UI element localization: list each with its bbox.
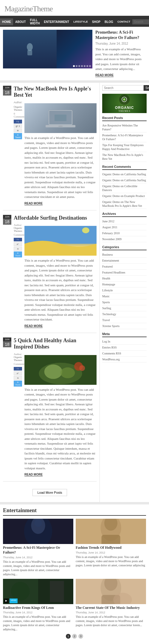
hero-dots [73, 65, 91, 67]
ent-date-0: Thursday, June 14, 2012 [3, 556, 73, 559]
nav-contact[interactable]: CONTACT [115, 18, 132, 25]
post-read-more-2[interactable]: Read More [24, 473, 43, 476]
entertainment-title: Entertainment [3, 507, 146, 516]
meta-link-0[interactable]: Log In [102, 340, 110, 343]
recent-comment-link-4[interactable]: Organic Demo on The New MacBook Pro Is A… [102, 200, 142, 207]
nav-lifestyle[interactable]: LIFESTYLE [71, 18, 90, 25]
hero-image [3, 30, 92, 68]
nav-search-input[interactable] [132, 19, 149, 24]
social-fb-3[interactable]: f 1 [14, 367, 22, 371]
ent-image-prometheus [3, 519, 73, 544]
hero-dot-2[interactable] [76, 65, 77, 67]
category-link-3[interactable]: Featured Headlines [102, 271, 125, 274]
category-link-6[interactable]: Lifestyle [102, 289, 113, 292]
meta-link-1[interactable]: Entries RSS [102, 346, 117, 349]
post-day-3: 18 [3, 341, 11, 347]
list-item: Organic Demo on Collectible Dancers [102, 183, 147, 193]
nav-blog[interactable]: BLOG [103, 18, 115, 25]
social-tw-2[interactable]: ✈ Tweet [14, 251, 22, 257]
category-link-11[interactable]: Travel [102, 318, 110, 322]
sidebar-search-button[interactable]: Search [144, 85, 149, 91]
recent-comment-link-1[interactable]: Organic Demo on California Surfing [102, 179, 146, 182]
recent-post-link-3[interactable]: The New MacBook Pro Is Apple's Best Yet [102, 153, 143, 160]
recent-post-link-2[interactable]: Tips For Keeping Your Employees Happy An… [102, 143, 144, 151]
recent-post-link-0[interactable]: Are Responsive Websites The Future? [102, 124, 138, 131]
social-gp-2[interactable]: g+ [14, 242, 22, 246]
post-read-more-1[interactable]: Read More [24, 324, 43, 328]
svg-point-11 [44, 365, 63, 379]
post-read-more-0[interactable]: Read More [24, 202, 43, 205]
category-link-7[interactable]: Music [102, 295, 110, 298]
category-link-8[interactable]: Sports [102, 301, 110, 304]
ent-image-radioactive: ▶ vimeo [3, 579, 73, 604]
social-gp-3[interactable]: g+ [14, 371, 22, 375]
post-date-badge-2: Jun 18 [3, 215, 11, 328]
svg-rect-6 [55, 115, 66, 121]
load-more-button[interactable]: Load More Posts [32, 489, 67, 496]
social-fb-1[interactable]: f 1 [14, 120, 22, 124]
hero-read-more[interactable]: Read More [95, 74, 114, 77]
category-link-2[interactable]: Featured [102, 265, 113, 268]
category-link-10[interactable]: Technology [102, 312, 116, 316]
recent-comment-link-3[interactable]: Organic Demo on Example Product [102, 194, 145, 198]
sidebar-search-input[interactable] [102, 85, 144, 91]
svg-point-20 [34, 520, 42, 527]
post-day-2: 18 [3, 219, 11, 225]
hero-content: Prometheus: A Sci-Fi Masterpiece Or Fail… [95, 30, 146, 77]
category-link-4[interactable]: Health [102, 277, 110, 280]
archive-link-0[interactable]: June 2012 [102, 220, 114, 223]
social-tw-1[interactable]: g+ 1 [14, 124, 22, 128]
hero-dot-5[interactable] [84, 65, 86, 67]
ent-excerpt-2: This is an example of a WordPress post. … [3, 615, 73, 632]
category-link-1[interactable]: Entertainment [102, 259, 119, 262]
post-author-label: Author: [14, 101, 22, 104]
list-item: Tips For Keeping Your Employees Happy An… [102, 142, 147, 152]
sidebar-meta-title: Meta [102, 332, 147, 337]
page-1[interactable]: 1 [66, 634, 71, 639]
page-3[interactable]: 3 [78, 634, 83, 639]
load-more-section: Load More Posts [3, 486, 97, 499]
recent-post-link-1[interactable]: Prometheus: A Sci-Fi Masterpiece Or Fail… [102, 134, 143, 141]
hero-dot-3[interactable] [78, 65, 80, 67]
list-item: Music [102, 293, 147, 299]
category-link-12[interactable]: Xtreme Sports [102, 324, 119, 328]
social-in-3[interactable]: in [14, 376, 22, 380]
hero-dot-4[interactable] [81, 65, 83, 67]
nav-entertainment[interactable]: ENTERTAINMENT [42, 18, 71, 25]
meta-link-3[interactable]: WordPress.org [102, 358, 120, 361]
hero-date: Thursday, June 14, 2012 [95, 42, 146, 45]
social-fb-2[interactable]: f 1 [14, 238, 22, 241]
recent-comment-link-2[interactable]: Organic Demo on Collectible Dancers [102, 185, 137, 192]
hero-dot-7[interactable] [89, 65, 91, 67]
social-tw-3[interactable]: ✈ Tweet [14, 381, 22, 387]
nav-shop[interactable]: SHOP [90, 18, 103, 25]
post-title-3: 5 Quick And Healthy Asian Inspired Dishe… [14, 337, 97, 350]
archive-link-2[interactable]: February 2010 [102, 232, 120, 235]
nav-home[interactable]: HOME [0, 18, 13, 25]
hero-slider [3, 30, 92, 77]
meta-link-2[interactable]: Comments RSS [102, 352, 121, 355]
play-icon[interactable]: ▶ [4, 598, 9, 603]
list-item: Prometheus: A Sci-Fi Masterpiece Or Fail… [102, 132, 147, 142]
hero-dot-1[interactable] [73, 65, 75, 67]
social-tw-1b[interactable]: in [14, 129, 22, 132]
category-link-5[interactable]: Homepage [102, 283, 115, 286]
social-in-2[interactable]: in [14, 247, 22, 251]
category-link-0[interactable]: Business [102, 253, 113, 256]
title-sub: Theme [33, 4, 53, 13]
archive-link-3[interactable]: November 2009 [102, 237, 122, 241]
post-excerpt-0: This is an example of a WordPress post. … [24, 135, 97, 199]
category-link-9[interactable]: Surfing [102, 307, 111, 310]
list-item: Travel [102, 317, 147, 323]
ent-title-3: The Current State Of The Music Industry [76, 606, 146, 610]
nav-fullwidth[interactable]: FULL WIDTH [28, 17, 42, 27]
social-tw-1c[interactable]: ✈ Tweet [14, 133, 22, 139]
page-2[interactable]: 2 [72, 634, 77, 639]
hero-dot-6[interactable] [86, 65, 88, 67]
post-month-2: Jun [3, 215, 11, 219]
main-nav: HOME ABOUT FULL WIDTH ENTERTAINMENT LIFE… [0, 17, 149, 27]
archive-link-1[interactable]: August 2011 [102, 226, 117, 229]
recent-comment-link-0[interactable]: Organic Demo on California Surfing [102, 173, 146, 176]
nav-about[interactable]: ABOUT [13, 18, 28, 25]
sidebar-archives-list: June 2012 August 2011 February 2010 Nove… [102, 218, 147, 242]
